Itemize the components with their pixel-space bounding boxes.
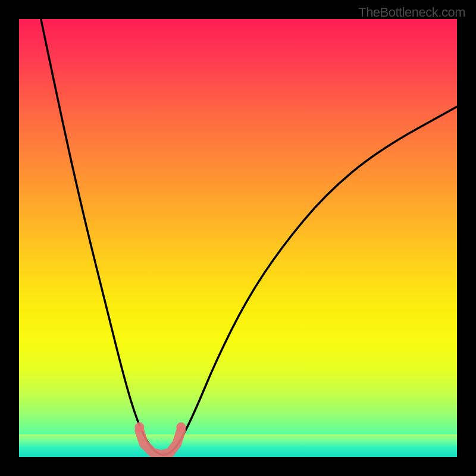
svg-point-0 [134,422,144,432]
chart-plot-area [19,19,457,457]
marker-cluster [134,422,186,455]
chart-svg [19,19,457,457]
svg-point-1 [176,422,186,432]
watermark-text: TheBottleneck.com [358,5,465,20]
bottleneck-curve [41,19,457,455]
